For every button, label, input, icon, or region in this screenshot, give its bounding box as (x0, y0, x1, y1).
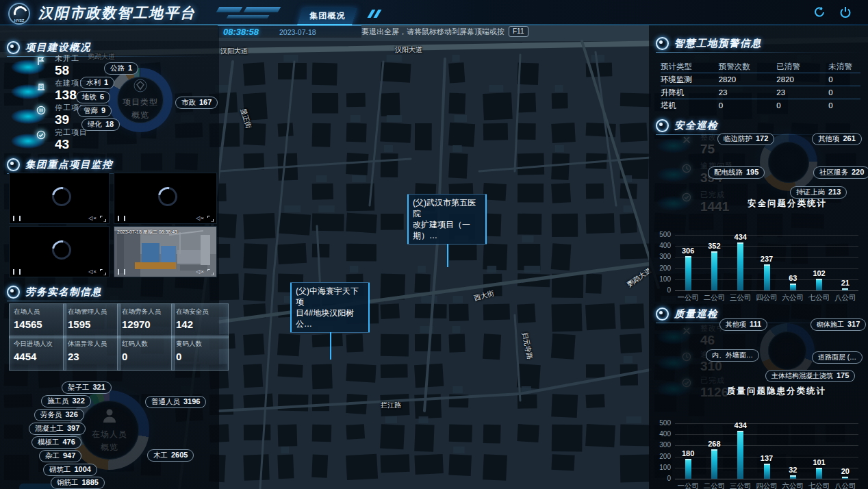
card-value: 12970 (122, 318, 170, 330)
bar-二公司 (711, 251, 717, 290)
top-header-bar: HYSZ 汉阳市政数智工地平台 集团概况 (0, 0, 868, 25)
donut-label-pill: 木工2605 (147, 449, 194, 462)
table-header-row: 预计类型预警次数已消警未消警 (661, 60, 860, 73)
bar-三公司 (737, 242, 743, 290)
labor-card: 在场人员14565 (9, 303, 66, 338)
stat-text: 完工项目43 (55, 127, 88, 151)
card-value: 4454 (14, 351, 62, 362)
section-project-overview: 项目建设概况 (7, 40, 212, 55)
section-safety-inspection: 安全巡检 (656, 118, 861, 133)
card-value: 14565 (14, 318, 62, 330)
y-tick-label: 300 (650, 441, 671, 449)
bar-value-label: 63 (789, 274, 797, 282)
clock-date: 2023-07-18 (279, 28, 316, 36)
stat-glow-icon (8, 103, 48, 127)
table-cell: 0 (828, 88, 860, 97)
table-header-cell: 已消警 (776, 62, 828, 72)
pill-value: 6 (100, 92, 104, 101)
popup-text-line: 目4#地块汉阳树公… (296, 308, 364, 329)
card-label: 红码人数 (122, 340, 170, 349)
section-dot-icon (656, 119, 669, 132)
stat-text: 未开工58 (55, 53, 79, 77)
x-tick-label: 一公司 (677, 293, 699, 303)
power-icon[interactable] (839, 6, 852, 18)
tab-group-overview[interactable]: 集团概况 (297, 8, 357, 25)
pause-icon[interactable] (118, 269, 125, 275)
stat-glow-icon (8, 128, 48, 151)
donut-label-pill: 地铁6 (76, 91, 110, 103)
section-dot-icon (656, 37, 669, 50)
pill-value: 3196 (183, 397, 200, 405)
donut-label-pill: 杂工947 (39, 450, 81, 462)
pause-icon[interactable] (118, 216, 125, 221)
video-player-1[interactable]: ◁× (9, 173, 110, 224)
x-tick-label: 二公司 (704, 293, 726, 303)
pill-value: 321 (93, 383, 105, 391)
table-cell: 0 (719, 101, 777, 110)
video-controls: ◁× (10, 213, 109, 223)
section-labor-info: 劳务实名制信息 (7, 284, 212, 299)
card-label: 在场劳务人员 (122, 308, 170, 316)
popup-pointer-line (447, 244, 448, 267)
fullscreen-icon[interactable] (100, 269, 105, 275)
pill-value: 476 (63, 438, 75, 446)
gridline (675, 479, 858, 479)
bar-一公司 (685, 459, 691, 479)
card-value: 0 (176, 351, 224, 362)
undo-icon[interactable] (813, 6, 826, 18)
pill-value: 220 (852, 168, 864, 176)
platform-logo: HYSZ (8, 3, 30, 25)
fullscreen-icon[interactable] (207, 269, 213, 275)
table-cell: 塔机 (661, 101, 719, 111)
y-tick-label: 500 (650, 419, 671, 427)
pause-icon[interactable] (13, 269, 21, 275)
video-controls: ◁× (114, 213, 216, 223)
warning-table: 预计类型预警次数已消警未消警环境监测282028200升降机23230塔机000 (661, 60, 860, 112)
bar-六公司 (790, 284, 796, 290)
bar-三公司 (737, 431, 743, 479)
donut-label-pill: 架子工321 (62, 381, 112, 394)
y-tick-label: 100 (650, 464, 671, 471)
donut-label-pill: 模板工476 (31, 436, 81, 449)
fullscreen-tip-text: 要退出全屏，请将鼠标移动到屏幕顶端或按 (361, 27, 505, 37)
video-player-4[interactable]: 2023-07-18 星期二 08:38:43◁× (114, 226, 217, 277)
pause-icon[interactable] (13, 216, 21, 221)
mute-icon[interactable]: ◁× (88, 215, 97, 221)
card-value: 1595 (68, 318, 116, 330)
gridline (675, 235, 858, 236)
table-cell: 升降机 (661, 88, 719, 98)
bar-value-label: 306 (682, 247, 694, 255)
fullscreen-tip: 要退出全屏，请将鼠标移动到屏幕顶端或按 F11 (361, 26, 528, 37)
road-name-label: 汉阳大道 (395, 45, 422, 55)
pill-value: 9 (101, 106, 105, 114)
pill-value: 1885 (82, 478, 99, 486)
video-player-2[interactable]: ◁× (114, 173, 217, 224)
stat-value: 43 (55, 138, 88, 151)
mute-icon[interactable]: ◁× (196, 215, 205, 221)
gridline (675, 246, 858, 247)
fullscreen-icon[interactable] (207, 216, 213, 221)
mute-icon[interactable]: ◁× (88, 268, 97, 275)
gridline (675, 445, 858, 446)
y-tick-label: 500 (650, 231, 671, 238)
map-project-popup[interactable]: (父)中海寰宇天下项目4#地块汉阳树公… (290, 282, 370, 333)
bar-safety: 0100200300400500306一公司352二公司434三公司237四公司… (650, 231, 864, 305)
donut-label-pill: 临边防护172 (717, 133, 774, 145)
section-title: 智慧工地预警信息 (674, 37, 762, 50)
labor-card: 在场管理人员1595 (63, 303, 120, 338)
x-tick-label: 六公司 (782, 293, 804, 303)
safety-donut-caption: 安全问题分类统计 (748, 198, 827, 210)
card-label: 体温异常人员 (68, 340, 116, 349)
pill-value: 172 (756, 134, 768, 142)
x-tick-label: 八公司 (834, 293, 856, 303)
map-project-popup[interactable]: (父)武汉市第五医院改扩建项目（一期）… (407, 194, 487, 244)
header-decoration (227, 15, 270, 18)
section-title: 集团重点项目监控 (25, 158, 113, 171)
mute-icon[interactable]: ◁× (196, 268, 205, 275)
table-row: 升降机23230 (661, 86, 860, 99)
fullscreen-icon[interactable] (100, 216, 105, 221)
video-player-3[interactable]: ◁× (9, 226, 110, 277)
donut-label-pill: 管廊9 (77, 105, 112, 117)
y-tick-label: 200 (650, 453, 671, 460)
x-tick-label: 三公司 (730, 293, 752, 303)
